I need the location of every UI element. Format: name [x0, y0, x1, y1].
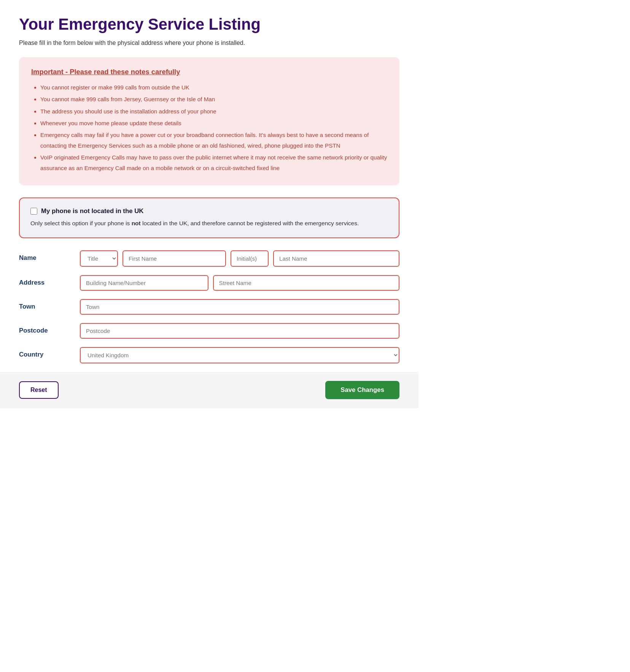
important-notice-box: Important - Please read these notes care…	[19, 57, 399, 185]
town-fields	[80, 299, 399, 315]
country-row: Country United Kingdom Other	[19, 347, 399, 363]
street-input[interactable]	[213, 275, 399, 291]
page-title: Your Emergency Service Listing	[19, 15, 399, 33]
list-item: You cannot make 999 calls from Jersey, G…	[40, 94, 387, 104]
not-uk-box: My phone is not located in the UK Only s…	[19, 197, 399, 238]
list-item: Whenever you move home please update the…	[40, 118, 387, 128]
not-uk-description: Only select this option if your phone is…	[30, 219, 388, 228]
list-item: Emergency calls may fail if you have a p…	[40, 130, 387, 151]
not-uk-checkbox[interactable]	[30, 208, 37, 215]
important-notice-link[interactable]: Important - Please read these notes care…	[31, 68, 387, 76]
address-label: Address	[19, 275, 80, 287]
lastname-input[interactable]	[273, 250, 399, 267]
list-item: The address you should use is the instal…	[40, 106, 387, 116]
name-row: Name Title Mr Mrs Ms Miss Dr	[19, 250, 399, 267]
country-fields: United Kingdom Other	[80, 347, 399, 363]
address-form: Name Title Mr Mrs Ms Miss Dr Address Tow…	[19, 250, 399, 363]
list-item: VoIP originated Emergency Calls may have…	[40, 152, 387, 173]
town-input[interactable]	[80, 299, 399, 315]
building-input[interactable]	[80, 275, 208, 291]
initial-input[interactable]	[231, 250, 269, 267]
page-subtitle: Please fill in the form below with the p…	[19, 40, 399, 46]
postcode-label: Postcode	[19, 323, 80, 334]
name-label: Name	[19, 250, 80, 262]
name-fields: Title Mr Mrs Ms Miss Dr	[80, 250, 399, 267]
country-select[interactable]: United Kingdom Other	[80, 347, 399, 363]
form-footer: Reset Save Changes	[0, 372, 418, 408]
address-row: Address	[19, 275, 399, 291]
town-row: Town	[19, 299, 399, 315]
title-select[interactable]: Title Mr Mrs Ms Miss Dr	[80, 250, 118, 267]
not-uk-checkbox-label: My phone is not located in the UK	[41, 207, 143, 215]
town-label: Town	[19, 299, 80, 311]
reset-button[interactable]: Reset	[19, 381, 59, 399]
list-item: You cannot register or make 999 calls fr…	[40, 82, 387, 92]
save-button[interactable]: Save Changes	[325, 381, 399, 399]
postcode-row: Postcode	[19, 323, 399, 339]
postcode-fields	[80, 323, 399, 339]
country-label: Country	[19, 347, 80, 358]
firstname-input[interactable]	[123, 250, 226, 267]
important-notice-list: You cannot register or make 999 calls fr…	[31, 82, 387, 173]
postcode-input[interactable]	[80, 323, 399, 339]
address-fields	[80, 275, 399, 291]
not-uk-label[interactable]: My phone is not located in the UK	[30, 207, 388, 215]
